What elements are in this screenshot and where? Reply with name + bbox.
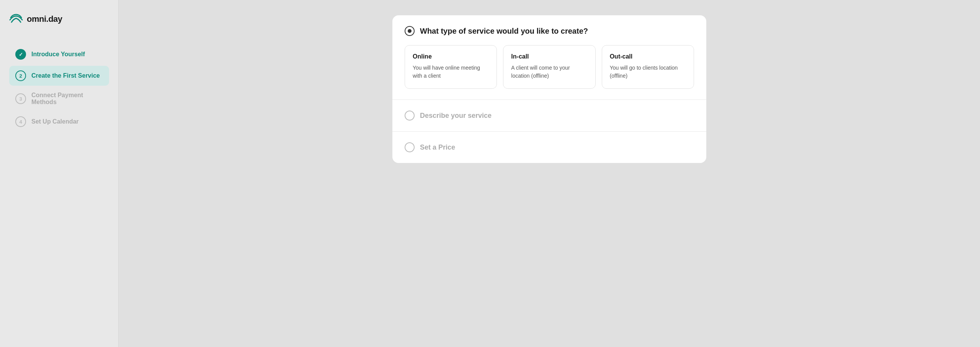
- main-content: What type of service would you like to c…: [119, 0, 980, 347]
- logo: omni.day: [9, 12, 109, 26]
- logo-icon: [9, 12, 23, 26]
- service-type-header: What type of service would you like to c…: [405, 26, 694, 36]
- set-price-section: Set a Price: [392, 131, 706, 163]
- service-option-online[interactable]: Online You will have online meeting with…: [405, 45, 497, 89]
- sidebar-item-label-2: Create the First Service: [31, 72, 100, 79]
- sidebar-item-label-3: Connect Payment Methods: [31, 92, 103, 106]
- sidebar-item-introduce-yourself[interactable]: ✓ Introduce Yourself: [9, 44, 109, 64]
- set-price-title: Set a Price: [420, 143, 455, 152]
- step-circle-2: 2: [15, 70, 26, 81]
- option-online-title: Online: [413, 53, 489, 60]
- sidebar-item-set-up-calendar[interactable]: 4 Set Up Calendar: [9, 112, 109, 132]
- service-option-in-call[interactable]: In-call A client will come to your locat…: [503, 45, 595, 89]
- describe-service-header: Describe your service: [405, 111, 694, 121]
- sidebar: omni.day ✓ Introduce Yourself 2 Create t…: [0, 0, 119, 347]
- service-type-title: What type of service would you like to c…: [420, 27, 588, 36]
- set-price-radio[interactable]: [405, 142, 415, 152]
- content-wrapper: What type of service would you like to c…: [392, 15, 706, 163]
- set-price-header: Set a Price: [405, 142, 694, 152]
- step-circle-4: 4: [15, 116, 26, 127]
- describe-service-section: Describe your service: [392, 99, 706, 131]
- option-out-call-title: Out-call: [610, 53, 686, 60]
- logo-text: omni.day: [27, 14, 62, 24]
- step-circle-3: 3: [15, 93, 26, 104]
- option-in-call-title: In-call: [511, 53, 587, 60]
- service-option-out-call[interactable]: Out-call You will go to clients location…: [602, 45, 694, 89]
- sidebar-item-create-first-service[interactable]: 2 Create the First Service: [9, 66, 109, 86]
- sidebar-item-connect-payment[interactable]: 3 Connect Payment Methods: [9, 87, 109, 110]
- service-type-radio[interactable]: [405, 26, 415, 36]
- service-type-card: What type of service would you like to c…: [392, 15, 706, 163]
- option-online-desc: You will have online meeting with a clie…: [413, 64, 489, 80]
- service-options: Online You will have online meeting with…: [405, 45, 694, 89]
- option-out-call-desc: You will go to clients location (offline…: [610, 64, 686, 80]
- describe-service-title: Describe your service: [420, 112, 492, 120]
- step-circle-1: ✓: [15, 49, 26, 60]
- describe-service-radio[interactable]: [405, 111, 415, 121]
- sidebar-item-label-1: Introduce Yourself: [31, 51, 85, 58]
- sidebar-item-label-4: Set Up Calendar: [31, 118, 79, 125]
- radio-dot: [408, 29, 412, 33]
- option-in-call-desc: A client will come to your location (off…: [511, 64, 587, 80]
- service-type-section: What type of service would you like to c…: [392, 15, 706, 99]
